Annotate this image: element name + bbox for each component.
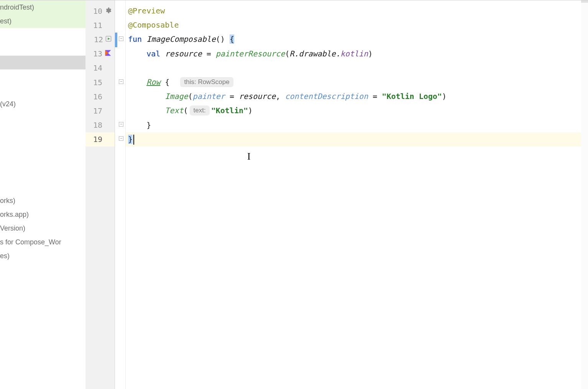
code-line[interactable]: Row { this: RowScope (126, 75, 588, 89)
code-line[interactable] (126, 61, 588, 75)
inlay-hint-text: text: (190, 105, 210, 115)
code-line[interactable]: @Preview (126, 4, 588, 18)
fold-end-icon[interactable] (119, 122, 123, 127)
arg-value: resource (239, 92, 276, 101)
line-number: 13 (91, 49, 102, 58)
ref-r-drawable: R.drawable. (289, 49, 340, 58)
brace-open-matched: { (230, 35, 234, 44)
call-painterResource: painterResource (216, 49, 285, 58)
text-caret (133, 135, 134, 145)
vcs-change-marker[interactable] (115, 33, 117, 47)
sidebar-item[interactable]: est) (0, 14, 85, 28)
inlay-hint-rowscope: this: RowScope (180, 77, 233, 87)
gutter-row[interactable]: 11 (85, 18, 115, 32)
code-line[interactable]: Image(painter = resource, contentDescrip… (126, 89, 588, 104)
brace-close: } (146, 120, 151, 130)
run-icon[interactable] (105, 36, 112, 43)
gutter-row[interactable]: 12 (85, 32, 115, 46)
code-line[interactable]: val resource = painterResource(R.drawabl… (126, 47, 588, 61)
fold-collapse-icon[interactable] (119, 79, 123, 84)
string-literal: "Kotlin Logo" (382, 92, 442, 101)
sidebar-item[interactable]: Version) (0, 221, 85, 235)
function-name: ImageComposable (146, 35, 216, 44)
sidebar-item[interactable] (0, 69, 85, 83)
app-root: ndroidTest)est)(v24)orks)orks.app) Versi… (0, 0, 588, 389)
sidebar-item[interactable] (0, 111, 85, 125)
fold-strip[interactable] (115, 0, 126, 389)
keyword-val: val (146, 49, 160, 58)
call-image: Image (165, 92, 188, 101)
call-text: Text (165, 106, 183, 115)
mouse-text-cursor-icon: I (247, 151, 251, 162)
sidebar-item[interactable]: (v24) (0, 97, 85, 111)
gutter-row[interactable]: 16 (85, 89, 115, 104)
brace-close-matched: } (128, 135, 133, 144)
sidebar-item[interactable] (0, 166, 85, 180)
fold-collapse-icon[interactable] (119, 36, 123, 41)
string-literal: "Kotlin" (211, 106, 248, 115)
line-number: 15 (91, 78, 102, 87)
editor-gutter[interactable]: 10111213141516171819 (85, 0, 115, 389)
ref-kotlin: kotlin (340, 49, 368, 58)
gutter-row[interactable]: 18 (85, 118, 115, 132)
vertical-scrollbar[interactable] (581, 0, 588, 389)
code-line-current[interactable]: } (126, 132, 588, 147)
gutter-row[interactable]: 14 (85, 61, 115, 75)
sidebar-item[interactable] (0, 83, 85, 97)
sidebar-item[interactable]: ndroidTest) (0, 0, 85, 14)
gutter-row[interactable]: 15 (85, 75, 115, 89)
code-editor[interactable]: @Preview @Composable fun ImageComposable… (115, 0, 588, 389)
gutter-row[interactable]: 17 (85, 104, 115, 118)
named-arg-painter: painter (193, 92, 225, 101)
line-number: 14 (91, 63, 102, 73)
code-line[interactable]: } (126, 118, 588, 132)
gutter-row[interactable]: 10 (85, 4, 115, 18)
code-area[interactable]: @Preview @Composable fun ImageComposable… (126, 4, 588, 147)
parens: () (216, 35, 230, 44)
code-line[interactable]: @Composable (126, 18, 588, 32)
code-line[interactable]: Text(text:"Kotlin") (126, 104, 588, 118)
variable: resource (165, 49, 202, 58)
annotation: @Preview (128, 6, 165, 15)
gutter-row[interactable]: 19 (85, 132, 115, 147)
sidebar-item[interactable]: orks.app) (0, 208, 85, 221)
gutter-row[interactable]: 13 (85, 47, 115, 61)
sidebar-item[interactable] (0, 42, 85, 56)
line-number: 19 (91, 135, 102, 144)
line-number: 10 (91, 7, 102, 16)
fold-end-icon[interactable] (119, 136, 123, 141)
named-arg-contentdescription: contentDescription (285, 92, 368, 101)
project-sidebar[interactable]: ndroidTest)est)(v24)orks)orks.app) Versi… (0, 0, 85, 389)
line-number: 17 (91, 106, 102, 115)
sidebar-item[interactable] (0, 56, 85, 69)
code-line[interactable]: fun ImageComposable() { (126, 32, 588, 46)
sidebar-item[interactable] (0, 180, 85, 194)
line-number: 18 (91, 120, 102, 130)
call-row: Row (146, 77, 160, 87)
brace-open: { (165, 77, 169, 87)
sidebar-item[interactable] (0, 28, 85, 42)
sidebar-item[interactable]: s for Compose_Wor (0, 235, 85, 249)
kotlin-icon (105, 49, 112, 58)
annotation: @Composable (128, 20, 179, 30)
keyword-fun: fun (128, 35, 142, 44)
gear-icon[interactable] (105, 7, 112, 15)
sidebar-item[interactable]: es) (0, 249, 85, 263)
sidebar-item[interactable] (0, 152, 85, 166)
sidebar-item[interactable] (0, 125, 85, 138)
sidebar-item[interactable] (0, 138, 85, 152)
line-number: 11 (91, 21, 102, 30)
line-number: 16 (91, 92, 102, 101)
sidebar-item[interactable]: orks) (0, 194, 85, 208)
line-number: 12 (92, 35, 103, 44)
scrollbar-marker (581, 0, 588, 3)
